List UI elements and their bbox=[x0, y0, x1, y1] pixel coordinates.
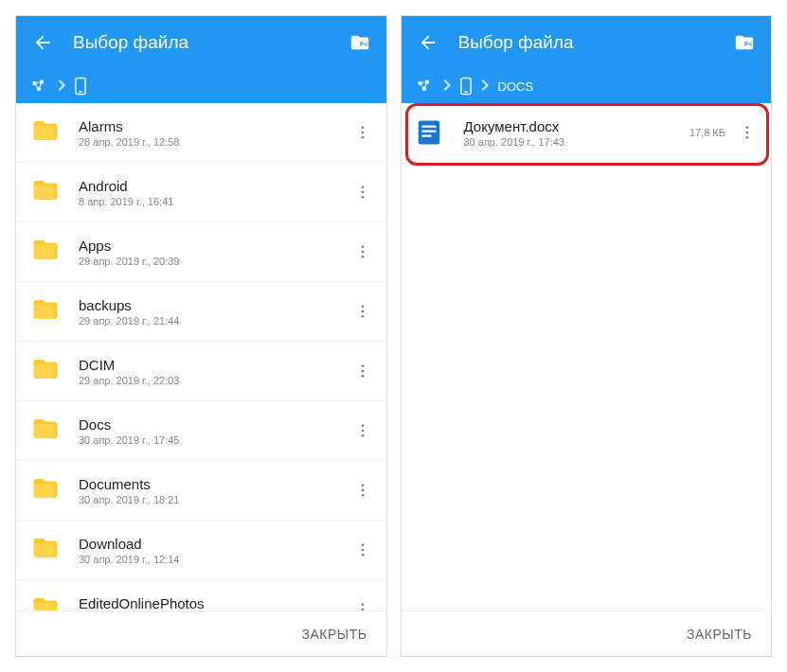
folder-action-button[interactable]: F< bbox=[345, 27, 375, 58]
list-item[interactable]: Download30 апр. 2019 г., 12:14 bbox=[16, 521, 386, 580]
list-item[interactable]: Apps29 апр. 2019 г., 20:39 bbox=[16, 222, 386, 282]
appbar: Выбор файла F< bbox=[16, 16, 386, 69]
svg-point-17 bbox=[361, 315, 364, 318]
chevron-right-icon bbox=[481, 80, 489, 94]
breadcrumb-phone[interactable] bbox=[460, 77, 472, 96]
svg-point-22 bbox=[361, 430, 364, 433]
folder-icon bbox=[29, 593, 62, 610]
svg-point-13 bbox=[361, 251, 364, 254]
svg-point-12 bbox=[361, 245, 364, 248]
svg-point-44 bbox=[746, 132, 749, 134]
footer: ЗАКРЫТЬ bbox=[402, 610, 772, 656]
back-button[interactable] bbox=[413, 27, 443, 58]
more-button[interactable] bbox=[349, 591, 377, 610]
folder-icon: F< bbox=[733, 32, 756, 53]
page-title: Выбор файла bbox=[73, 32, 345, 53]
folder-icon bbox=[29, 534, 62, 566]
svg-point-24 bbox=[361, 484, 364, 486]
folder-action-button[interactable]: F< bbox=[729, 27, 760, 58]
svg-point-14 bbox=[361, 256, 364, 258]
page-title: Выбор файла bbox=[458, 32, 730, 53]
breadcrumb: DOCS bbox=[402, 69, 772, 103]
back-button[interactable] bbox=[27, 27, 58, 58]
chevron-right-icon bbox=[58, 80, 65, 94]
file-meta: 30 апр. 2019 г., 18:21 bbox=[79, 494, 349, 505]
file-name: Docs bbox=[79, 416, 349, 433]
list-item[interactable]: DCIM29 апр. 2019 г., 22:03 bbox=[16, 342, 386, 401]
folder-icon bbox=[29, 355, 62, 387]
file-list[interactable]: Документ.docx30 апр. 2019 г., 17:4317,8 … bbox=[402, 103, 772, 610]
file-name: Alarms bbox=[79, 118, 349, 134]
file-meta: 8 апр. 2019 г., 16:41 bbox=[79, 196, 349, 207]
file-name: EditedOnlinePhotos bbox=[79, 595, 349, 611]
breadcrumb-phone[interactable] bbox=[75, 77, 86, 96]
chevron-right-icon bbox=[443, 80, 451, 94]
file-meta: 29 апр. 2019 г., 21:44 bbox=[79, 315, 349, 327]
svg-point-20 bbox=[361, 375, 364, 378]
file-list[interactable]: Alarms28 апр. 2019 г., 12:58Android8 апр… bbox=[16, 103, 386, 610]
file-size: 17,8 КБ bbox=[689, 127, 725, 138]
svg-point-16 bbox=[361, 310, 364, 313]
folder-icon bbox=[29, 474, 62, 506]
phone-icon bbox=[75, 77, 86, 96]
breadcrumb-folder[interactable]: DOCS bbox=[498, 80, 534, 94]
breadcrumb-root[interactable] bbox=[415, 78, 434, 95]
more-button[interactable] bbox=[733, 114, 761, 151]
file-meta: 29 апр. 2019 г., 22:03 bbox=[79, 375, 349, 386]
footer: ЗАКРЫТЬ bbox=[16, 610, 386, 656]
folder-icon bbox=[29, 176, 62, 208]
list-item[interactable]: EditedOnlinePhotos29 апр. 2019 г., 21:30 bbox=[16, 580, 386, 610]
more-button[interactable] bbox=[349, 352, 377, 390]
close-button[interactable]: ЗАКРЫТЬ bbox=[687, 627, 752, 642]
file-meta: 28 апр. 2019 г., 12:58 bbox=[79, 136, 349, 148]
file-meta: 29 апр. 2019 г., 20:39 bbox=[79, 256, 349, 267]
appbar: Выбор файла F< bbox=[402, 16, 772, 69]
file-name: Documents bbox=[79, 476, 349, 492]
arrow-left-icon bbox=[32, 32, 53, 53]
list-item[interactable]: Documents30 апр. 2019 г., 18:21 bbox=[16, 461, 386, 521]
svg-text:F<: F< bbox=[744, 40, 753, 48]
list-item[interactable]: backups29 апр. 2019 г., 21:44 bbox=[16, 282, 386, 342]
svg-point-30 bbox=[361, 603, 364, 606]
more-button[interactable] bbox=[349, 233, 377, 271]
svg-point-23 bbox=[361, 434, 364, 437]
svg-point-6 bbox=[361, 126, 364, 129]
folder-icon: F< bbox=[349, 32, 371, 53]
svg-point-18 bbox=[361, 364, 364, 367]
more-button[interactable] bbox=[349, 412, 377, 450]
breadcrumb-root[interactable] bbox=[29, 78, 48, 95]
folder-icon bbox=[29, 116, 62, 149]
svg-point-29 bbox=[361, 554, 364, 557]
file-meta: 30 апр. 2019 г., 12:14 bbox=[79, 554, 349, 565]
list-item[interactable]: Android8 апр. 2019 г., 16:41 bbox=[16, 163, 386, 222]
list-item[interactable]: Alarms28 апр. 2019 г., 12:58 bbox=[16, 103, 386, 163]
svg-point-11 bbox=[361, 196, 364, 199]
svg-point-7 bbox=[361, 132, 364, 134]
svg-point-15 bbox=[361, 305, 364, 308]
svg-point-27 bbox=[361, 543, 364, 546]
svg-point-26 bbox=[361, 494, 364, 497]
more-button[interactable] bbox=[349, 292, 377, 330]
file-meta: 30 апр. 2019 г., 17:43 bbox=[464, 136, 689, 148]
file-name: DCIM bbox=[79, 357, 349, 373]
file-name: Android bbox=[79, 178, 349, 194]
more-button[interactable] bbox=[349, 114, 377, 151]
svg-point-9 bbox=[361, 186, 364, 188]
more-button[interactable] bbox=[349, 531, 377, 569]
svg-text:F<: F< bbox=[360, 40, 368, 48]
screen-left: Выбор файла F< Alarms28 апр. 2019 г., 12… bbox=[15, 15, 387, 657]
screen-right: Выбор файла F< DOCS Документ.docx30 апр.… bbox=[401, 15, 773, 657]
network-icon bbox=[415, 78, 434, 95]
close-button[interactable]: ЗАКРЫТЬ bbox=[302, 627, 367, 642]
svg-point-28 bbox=[361, 549, 364, 552]
list-item[interactable]: Docs30 апр. 2019 г., 17:45 bbox=[16, 401, 386, 461]
file-name: backups bbox=[79, 297, 349, 313]
list-item[interactable]: Документ.docx30 апр. 2019 г., 17:4317,8 … bbox=[402, 103, 772, 163]
file-name: Документ.docx bbox=[464, 118, 689, 134]
svg-point-25 bbox=[361, 489, 364, 492]
document-icon bbox=[415, 116, 447, 149]
file-name: Download bbox=[79, 536, 349, 552]
folder-icon bbox=[29, 236, 62, 268]
more-button[interactable] bbox=[349, 173, 377, 211]
more-button[interactable] bbox=[349, 471, 377, 509]
